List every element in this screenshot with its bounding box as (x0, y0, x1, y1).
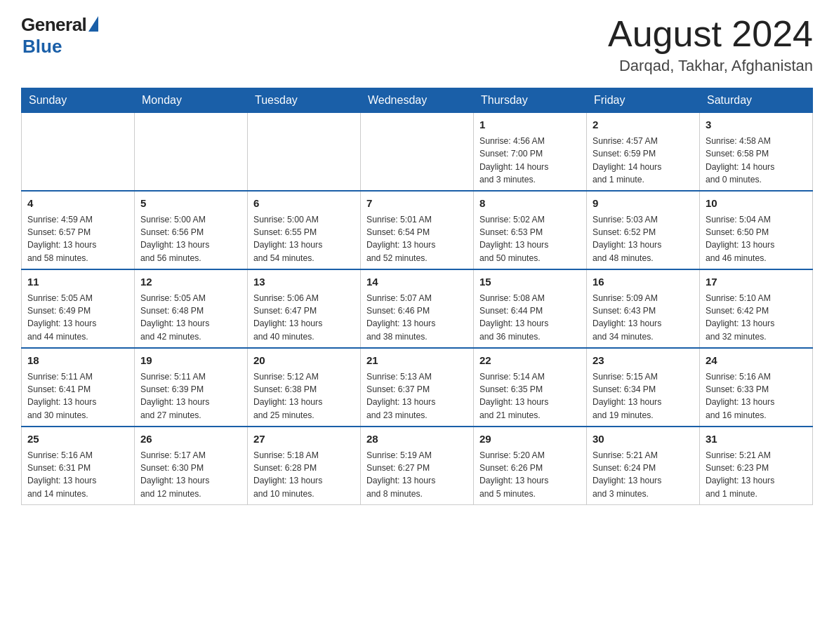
calendar-cell: 4Sunrise: 4:59 AM Sunset: 6:57 PM Daylig… (22, 191, 135, 269)
day-sun-info: Sunrise: 5:07 AM Sunset: 6:46 PM Dayligh… (366, 293, 435, 342)
day-number: 6 (253, 196, 355, 211)
calendar-week-row: 25Sunrise: 5:16 AM Sunset: 6:31 PM Dayli… (22, 427, 813, 504)
logo-general-text: General (21, 14, 86, 36)
day-number: 20 (253, 353, 355, 368)
logo: General Blue (21, 14, 98, 58)
calendar-week-row: 11Sunrise: 5:05 AM Sunset: 6:49 PM Dayli… (22, 269, 813, 348)
calendar-cell: 18Sunrise: 5:11 AM Sunset: 6:41 PM Dayli… (22, 348, 135, 427)
day-sun-info: Sunrise: 5:03 AM Sunset: 6:52 PM Dayligh… (593, 215, 661, 263)
day-sun-info: Sunrise: 5:01 AM Sunset: 6:54 PM Dayligh… (366, 215, 435, 263)
calendar-cell: 30Sunrise: 5:21 AM Sunset: 6:24 PM Dayli… (587, 427, 700, 504)
calendar-week-row: 4Sunrise: 4:59 AM Sunset: 6:57 PM Daylig… (22, 191, 813, 269)
calendar-cell: 2Sunrise: 4:57 AM Sunset: 6:59 PM Daylig… (587, 113, 700, 191)
calendar-cell: 1Sunrise: 4:56 AM Sunset: 7:00 PM Daylig… (474, 113, 587, 191)
day-sun-info: Sunrise: 5:19 AM Sunset: 6:27 PM Dayligh… (366, 450, 435, 499)
day-sun-info: Sunrise: 5:15 AM Sunset: 6:34 PM Dayligh… (593, 372, 661, 420)
calendar-cell: 8Sunrise: 5:02 AM Sunset: 6:53 PM Daylig… (474, 191, 587, 269)
calendar-cell: 9Sunrise: 5:03 AM Sunset: 6:52 PM Daylig… (587, 191, 700, 269)
day-sun-info: Sunrise: 5:10 AM Sunset: 6:42 PM Dayligh… (706, 293, 774, 342)
day-number: 2 (593, 117, 694, 133)
calendar-cell: 3Sunrise: 4:58 AM Sunset: 6:58 PM Daylig… (700, 113, 813, 191)
calendar-cell: 7Sunrise: 5:01 AM Sunset: 6:54 PM Daylig… (361, 191, 474, 269)
calendar-cell (248, 113, 361, 191)
day-sun-info: Sunrise: 5:13 AM Sunset: 6:37 PM Dayligh… (366, 372, 435, 420)
calendar-cell: 27Sunrise: 5:18 AM Sunset: 6:28 PM Dayli… (248, 427, 361, 504)
calendar-header-row: SundayMondayTuesdayWednesdayThursdayFrid… (22, 88, 813, 113)
calendar-cell: 12Sunrise: 5:05 AM Sunset: 6:48 PM Dayli… (135, 269, 248, 348)
day-sun-info: Sunrise: 5:16 AM Sunset: 6:33 PM Dayligh… (706, 372, 774, 420)
calendar-cell: 28Sunrise: 5:19 AM Sunset: 6:27 PM Dayli… (361, 427, 474, 504)
day-sun-info: Sunrise: 4:59 AM Sunset: 6:57 PM Dayligh… (27, 215, 96, 263)
day-sun-info: Sunrise: 5:00 AM Sunset: 6:55 PM Dayligh… (253, 215, 322, 263)
calendar-cell (22, 113, 135, 191)
calendar-cell: 11Sunrise: 5:05 AM Sunset: 6:49 PM Dayli… (22, 269, 135, 348)
day-sun-info: Sunrise: 5:05 AM Sunset: 6:49 PM Dayligh… (27, 293, 96, 342)
day-sun-info: Sunrise: 5:09 AM Sunset: 6:43 PM Dayligh… (593, 293, 661, 342)
month-title: August 2024 (608, 14, 813, 54)
day-sun-info: Sunrise: 5:12 AM Sunset: 6:38 PM Dayligh… (253, 372, 322, 420)
logo-triangle-icon (88, 16, 98, 32)
day-sun-info: Sunrise: 5:14 AM Sunset: 6:35 PM Dayligh… (479, 372, 548, 420)
day-number: 11 (27, 274, 128, 290)
calendar-week-row: 18Sunrise: 5:11 AM Sunset: 6:41 PM Dayli… (22, 348, 813, 427)
day-number: 13 (253, 274, 355, 290)
calendar-cell: 31Sunrise: 5:21 AM Sunset: 6:23 PM Dayli… (700, 427, 813, 504)
day-number: 21 (366, 353, 468, 368)
day-number: 9 (593, 196, 694, 211)
day-number: 8 (479, 196, 581, 211)
day-sun-info: Sunrise: 4:57 AM Sunset: 6:59 PM Dayligh… (593, 136, 661, 185)
day-sun-info: Sunrise: 5:08 AM Sunset: 6:44 PM Dayligh… (479, 293, 548, 342)
day-number: 15 (479, 274, 581, 290)
day-sun-info: Sunrise: 5:02 AM Sunset: 6:53 PM Dayligh… (479, 215, 548, 263)
calendar-cell: 6Sunrise: 5:00 AM Sunset: 6:55 PM Daylig… (248, 191, 361, 269)
day-header-saturday: Saturday (700, 88, 813, 113)
calendar-cell (135, 113, 248, 191)
day-header-friday: Friday (587, 88, 700, 113)
day-number: 30 (593, 431, 694, 447)
calendar-cell: 16Sunrise: 5:09 AM Sunset: 6:43 PM Dayli… (587, 269, 700, 348)
calendar-cell: 21Sunrise: 5:13 AM Sunset: 6:37 PM Dayli… (361, 348, 474, 427)
calendar-cell: 29Sunrise: 5:20 AM Sunset: 6:26 PM Dayli… (474, 427, 587, 504)
day-sun-info: Sunrise: 5:06 AM Sunset: 6:47 PM Dayligh… (253, 293, 322, 342)
day-number: 31 (706, 431, 807, 447)
title-section: August 2024 Darqad, Takhar, Afghanistan (608, 14, 813, 75)
day-number: 1 (479, 117, 581, 133)
day-sun-info: Sunrise: 4:56 AM Sunset: 7:00 PM Dayligh… (479, 136, 548, 185)
day-number: 14 (366, 274, 468, 290)
day-number: 26 (140, 431, 241, 447)
day-number: 19 (140, 353, 241, 368)
day-header-tuesday: Tuesday (248, 88, 361, 113)
calendar-cell: 14Sunrise: 5:07 AM Sunset: 6:46 PM Dayli… (361, 269, 474, 348)
calendar-week-row: 1Sunrise: 4:56 AM Sunset: 7:00 PM Daylig… (22, 113, 813, 191)
calendar-cell: 24Sunrise: 5:16 AM Sunset: 6:33 PM Dayli… (700, 348, 813, 427)
day-sun-info: Sunrise: 5:20 AM Sunset: 6:26 PM Dayligh… (479, 450, 548, 499)
logo-blue-text: Blue (22, 36, 62, 58)
day-sun-info: Sunrise: 5:00 AM Sunset: 6:56 PM Dayligh… (140, 215, 209, 263)
day-header-thursday: Thursday (474, 88, 587, 113)
calendar-cell: 19Sunrise: 5:11 AM Sunset: 6:39 PM Dayli… (135, 348, 248, 427)
calendar-cell: 15Sunrise: 5:08 AM Sunset: 6:44 PM Dayli… (474, 269, 587, 348)
day-number: 10 (706, 196, 807, 211)
day-number: 18 (27, 353, 128, 368)
day-sun-info: Sunrise: 5:05 AM Sunset: 6:48 PM Dayligh… (140, 293, 209, 342)
day-number: 16 (593, 274, 694, 290)
day-number: 27 (253, 431, 355, 447)
calendar-cell: 23Sunrise: 5:15 AM Sunset: 6:34 PM Dayli… (587, 348, 700, 427)
location-subtitle: Darqad, Takhar, Afghanistan (608, 57, 813, 75)
calendar-cell: 26Sunrise: 5:17 AM Sunset: 6:30 PM Dayli… (135, 427, 248, 504)
calendar-table: SundayMondayTuesdayWednesdayThursdayFrid… (21, 88, 813, 505)
day-number: 5 (140, 196, 241, 211)
calendar-cell (361, 113, 474, 191)
day-sun-info: Sunrise: 5:04 AM Sunset: 6:50 PM Dayligh… (706, 215, 774, 263)
day-sun-info: Sunrise: 5:11 AM Sunset: 6:41 PM Dayligh… (27, 372, 96, 420)
day-header-wednesday: Wednesday (361, 88, 474, 113)
day-sun-info: Sunrise: 5:21 AM Sunset: 6:24 PM Dayligh… (593, 450, 661, 499)
day-sun-info: Sunrise: 5:21 AM Sunset: 6:23 PM Dayligh… (706, 450, 774, 499)
day-sun-info: Sunrise: 5:17 AM Sunset: 6:30 PM Dayligh… (140, 450, 209, 499)
day-number: 23 (593, 353, 694, 368)
day-number: 25 (27, 431, 128, 447)
day-number: 17 (706, 274, 807, 290)
day-number: 12 (140, 274, 241, 290)
day-number: 4 (27, 196, 128, 211)
day-number: 29 (479, 431, 581, 447)
